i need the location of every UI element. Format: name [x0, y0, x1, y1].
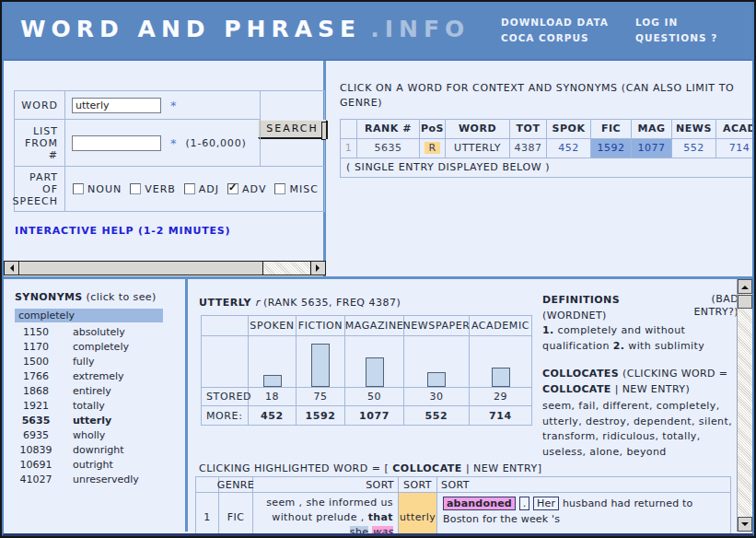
- synonym-selected[interactable]: completely: [15, 309, 163, 322]
- synonym-word[interactable]: downright: [73, 444, 124, 456]
- horizontal-scroll-thumb[interactable]: [19, 262, 263, 275]
- result-mag[interactable]: 1077: [632, 139, 672, 158]
- pos-checkbox-adj[interactable]: [184, 183, 195, 194]
- vertical-scrollbar[interactable]: [737, 279, 752, 532]
- synonym-item-current[interactable]: 5635utterly: [11, 413, 185, 427]
- more-newspaper[interactable]: 552: [404, 406, 470, 425]
- pos-option-adj[interactable]: ADJ: [184, 183, 219, 195]
- concordance-left-context: seem , she informed us without prelude ,…: [253, 493, 399, 536]
- fic-header[interactable]: FIC: [591, 120, 632, 139]
- left-context-highlight-she[interactable]: she: [350, 526, 369, 536]
- pos-checkbox-verb[interactable]: [130, 183, 141, 194]
- word-header[interactable]: WORD: [446, 120, 510, 139]
- vertical-scroll-thumb[interactable]: [738, 295, 752, 309]
- spok-header[interactable]: SPOK: [547, 120, 591, 139]
- bar-fiction: [311, 344, 330, 387]
- acad-header[interactable]: ACAD: [716, 120, 754, 139]
- result-word[interactable]: UTTERLY: [454, 142, 501, 154]
- more-fiction[interactable]: 1592: [297, 406, 345, 425]
- pos-checkbox-misc[interactable]: [274, 183, 285, 194]
- synonym-item[interactable]: 6935wholly: [11, 427, 185, 442]
- list-from-input[interactable]: [72, 135, 161, 151]
- right-context-boxed-her[interactable]: Her: [533, 497, 559, 510]
- synonym-item[interactable]: 1868entirely: [11, 383, 185, 398]
- synonym-word[interactable]: outright: [73, 459, 113, 471]
- synonym-word[interactable]: entirely: [73, 385, 111, 397]
- search-button[interactable]: SEARCH: [258, 120, 327, 138]
- result-fic[interactable]: 1592: [591, 139, 632, 158]
- result-tot[interactable]: 4387: [510, 139, 547, 158]
- pos-option-misc[interactable]: MISC: [274, 183, 318, 195]
- concordance-sort-right-header[interactable]: SORT: [437, 477, 730, 493]
- synonym-word[interactable]: wholly: [73, 429, 105, 441]
- synonym-word[interactable]: unreservedly: [73, 474, 139, 485]
- news-header[interactable]: NEWS: [672, 120, 716, 139]
- synonym-word[interactable]: utterly: [73, 415, 111, 427]
- scroll-right-button[interactable]: [310, 262, 325, 275]
- synonym-item[interactable]: 1921totally: [11, 398, 185, 413]
- mag-header[interactable]: MAG: [632, 120, 672, 139]
- synonym-word[interactable]: absolutely: [73, 326, 125, 338]
- interactive-help-link[interactable]: INTERACTIVE HELP (1-2 MINUTES): [15, 225, 230, 237]
- row-number-header: [341, 120, 357, 139]
- concordance-sort-node-header[interactable]: SORT: [399, 477, 437, 493]
- more-spoken[interactable]: 452: [249, 406, 297, 425]
- horizontal-scroll-track[interactable]: [263, 262, 310, 275]
- synonym-item[interactable]: 41027unreservedly: [11, 472, 185, 486]
- stored-spoken: 18: [249, 388, 297, 406]
- nav-questions[interactable]: QUESTIONS ?: [635, 32, 717, 43]
- scroll-down-button[interactable]: [738, 517, 752, 532]
- concordance-sort-left-header[interactable]: SORT: [253, 477, 399, 493]
- entry-rank-freq: (RANK 5635, FREQ 4387): [263, 297, 401, 309]
- entry-panel: UTTERLY r (RANK 5635, FREQ 4387) SPOKEN …: [191, 279, 737, 532]
- synonym-item[interactable]: 1150absolutely: [11, 324, 185, 339]
- pos-option-noun[interactable]: NOUN: [73, 183, 122, 195]
- more-academic[interactable]: 714: [470, 406, 531, 425]
- bad-entry-link[interactable]: (BAD ENTRY?): [684, 293, 739, 319]
- word-required-marker: *: [170, 99, 177, 112]
- word-input[interactable]: [72, 98, 161, 113]
- synonym-item[interactable]: 10839downright: [11, 442, 185, 457]
- pos-checkbox-noun[interactable]: [73, 183, 84, 194]
- top-section: WORD * SEARCH LIST FROM # * (1-60,000) P…: [4, 61, 752, 276]
- result-pos[interactable]: R: [425, 142, 439, 154]
- left-context-bold-word[interactable]: that: [368, 511, 393, 523]
- synonym-word[interactable]: extremely: [73, 370, 124, 382]
- horizontal-scrollbar[interactable]: [4, 261, 326, 275]
- synonym-item[interactable]: 1500fully: [11, 354, 185, 368]
- synonym-rank: 5635: [11, 415, 61, 427]
- bar-cell-magazine: [345, 336, 404, 388]
- nav-download-data[interactable]: DOWNLOAD DATA: [501, 17, 609, 28]
- synonym-word[interactable]: completely: [73, 341, 129, 353]
- synonym-item[interactable]: 1170completely: [11, 339, 185, 354]
- stored-magazine: 50: [345, 388, 404, 406]
- synonym-word[interactable]: totally: [73, 400, 105, 412]
- pos-option-verb[interactable]: VERB: [130, 183, 176, 195]
- definitions-heading-note: (WORDNET): [542, 310, 607, 322]
- more-row-label: MORE:: [202, 406, 249, 425]
- synonym-word[interactable]: fully: [73, 356, 94, 368]
- more-magazine[interactable]: 1077: [345, 406, 404, 425]
- pos-header[interactable]: PoS: [420, 120, 446, 139]
- pos-checkbox-adv[interactable]: [227, 183, 238, 194]
- rank-header[interactable]: RANK #: [357, 120, 420, 139]
- nav-log-in[interactable]: LOG IN: [635, 17, 678, 28]
- tot-header[interactable]: TOT: [510, 120, 547, 139]
- right-context-boxed-period[interactable]: .: [519, 497, 530, 510]
- concordance-genre-header: GENRE: [219, 477, 253, 493]
- clipped-reset-button[interactable]: [321, 122, 326, 140]
- right-context-collocate-abandoned[interactable]: abandoned: [443, 497, 516, 510]
- result-news[interactable]: 552: [672, 139, 716, 158]
- scroll-up-button[interactable]: [738, 279, 752, 294]
- pos-option-adv[interactable]: ADV: [227, 183, 266, 195]
- collocates-words[interactable]: seem, fail, different, completely, utter…: [542, 399, 739, 460]
- result-spok[interactable]: 452: [547, 139, 591, 158]
- result-acad[interactable]: 714: [716, 139, 754, 158]
- synonym-item[interactable]: 1766extremely: [11, 368, 185, 383]
- synonym-item[interactable]: 10691outright: [11, 457, 185, 472]
- nav-coca-corpus[interactable]: COCA CORPUS: [501, 32, 589, 43]
- left-context-highlight-was[interactable]: was: [372, 526, 393, 536]
- scroll-left-button[interactable]: [5, 262, 19, 275]
- result-word-cell: UTTERLY: [446, 139, 510, 158]
- concordance-node-word[interactable]: utterly: [399, 493, 437, 536]
